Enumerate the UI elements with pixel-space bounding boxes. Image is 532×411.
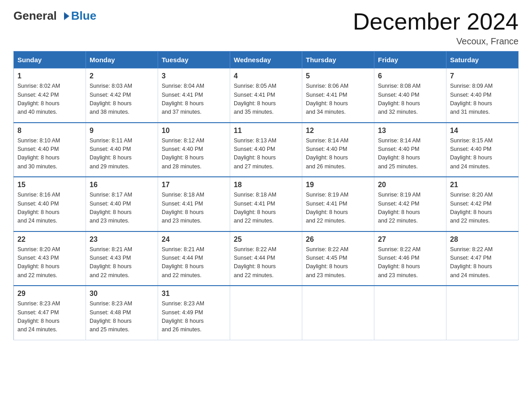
calendar-table: SundayMondayTuesdayWednesdayThursdayFrid… [13, 51, 519, 340]
calendar-cell: 3 Sunrise: 8:04 AM Sunset: 4:41 PM Dayli… [158, 68, 230, 123]
logo-flag-icon [58, 11, 70, 21]
calendar-cell: 29 Sunrise: 8:23 AM Sunset: 4:47 PM Dayl… [14, 286, 86, 340]
header-thursday: Thursday [302, 51, 374, 68]
calendar-cell: 12 Sunrise: 8:14 AM Sunset: 4:40 PM Dayl… [302, 123, 374, 177]
calendar-cell: 5 Sunrise: 8:06 AM Sunset: 4:41 PM Dayli… [302, 68, 374, 123]
calendar-cell: 19 Sunrise: 8:19 AM Sunset: 4:41 PM Dayl… [302, 177, 374, 231]
day-info: Sunrise: 8:21 AM Sunset: 4:44 PM Dayligh… [162, 245, 226, 280]
day-info: Sunrise: 8:09 AM Sunset: 4:40 PM Dayligh… [450, 82, 515, 117]
day-number: 13 [378, 127, 442, 135]
day-info: Sunrise: 8:14 AM Sunset: 4:40 PM Dayligh… [378, 137, 442, 171]
day-info: Sunrise: 8:17 AM Sunset: 4:40 PM Dayligh… [90, 191, 154, 226]
calendar-cell: 4 Sunrise: 8:05 AM Sunset: 4:41 PM Dayli… [230, 68, 302, 123]
day-number: 6 [378, 72, 442, 80]
day-info: Sunrise: 8:11 AM Sunset: 4:40 PM Dayligh… [90, 137, 154, 171]
logo-general-text: General [13, 9, 57, 23]
page-title: December 2024 [353, 9, 519, 34]
day-number: 29 [17, 290, 82, 298]
day-number: 28 [450, 235, 515, 244]
day-info: Sunrise: 8:18 AM Sunset: 4:41 PM Dayligh… [234, 191, 298, 226]
page-header: General Blue December 2024 Vecoux, Franc… [13, 9, 519, 47]
logo-blue-text: Blue [71, 9, 96, 23]
day-number: 20 [378, 181, 442, 189]
calendar-week-5: 29 Sunrise: 8:23 AM Sunset: 4:47 PM Dayl… [14, 286, 519, 340]
location-subtitle: Vecoux, France [353, 36, 519, 47]
logo: General Blue [13, 9, 96, 23]
day-number: 22 [17, 235, 82, 244]
day-info: Sunrise: 8:12 AM Sunset: 4:40 PM Dayligh… [162, 137, 226, 171]
calendar-week-1: 1 Sunrise: 8:02 AM Sunset: 4:42 PM Dayli… [14, 68, 519, 123]
calendar-header-row: SundayMondayTuesdayWednesdayThursdayFrid… [14, 51, 519, 68]
day-info: Sunrise: 8:03 AM Sunset: 4:42 PM Dayligh… [90, 82, 154, 117]
day-number: 7 [450, 72, 515, 80]
header-friday: Friday [374, 51, 446, 68]
calendar-cell: 23 Sunrise: 8:21 AM Sunset: 4:43 PM Dayl… [86, 231, 158, 286]
header-wednesday: Wednesday [230, 51, 302, 68]
calendar-cell: 30 Sunrise: 8:23 AM Sunset: 4:48 PM Dayl… [86, 286, 158, 340]
calendar-cell [374, 286, 446, 340]
day-info: Sunrise: 8:13 AM Sunset: 4:40 PM Dayligh… [234, 137, 298, 171]
calendar-cell: 20 Sunrise: 8:19 AM Sunset: 4:42 PM Dayl… [374, 177, 446, 231]
day-info: Sunrise: 8:06 AM Sunset: 4:41 PM Dayligh… [306, 82, 370, 117]
day-number: 26 [306, 235, 370, 244]
calendar-cell: 2 Sunrise: 8:03 AM Sunset: 4:42 PM Dayli… [86, 68, 158, 123]
day-number: 16 [90, 181, 154, 189]
calendar-cell: 25 Sunrise: 8:22 AM Sunset: 4:44 PM Dayl… [230, 231, 302, 286]
calendar-cell: 17 Sunrise: 8:18 AM Sunset: 4:41 PM Dayl… [158, 177, 230, 231]
day-info: Sunrise: 8:04 AM Sunset: 4:41 PM Dayligh… [162, 82, 226, 117]
day-info: Sunrise: 8:10 AM Sunset: 4:40 PM Dayligh… [17, 137, 82, 171]
day-number: 31 [162, 290, 226, 298]
header-monday: Monday [86, 51, 158, 68]
day-number: 4 [234, 72, 298, 80]
day-number: 1 [17, 72, 82, 80]
day-info: Sunrise: 8:20 AM Sunset: 4:43 PM Dayligh… [17, 245, 82, 280]
calendar-cell [230, 286, 302, 340]
calendar-cell: 8 Sunrise: 8:10 AM Sunset: 4:40 PM Dayli… [14, 123, 86, 177]
day-info: Sunrise: 8:22 AM Sunset: 4:46 PM Dayligh… [378, 245, 442, 280]
calendar-cell: 16 Sunrise: 8:17 AM Sunset: 4:40 PM Dayl… [86, 177, 158, 231]
day-number: 2 [90, 72, 154, 80]
calendar-cell: 14 Sunrise: 8:15 AM Sunset: 4:40 PM Dayl… [446, 123, 519, 177]
day-number: 25 [234, 235, 298, 244]
day-number: 21 [450, 181, 515, 189]
day-number: 3 [162, 72, 226, 80]
day-number: 11 [234, 127, 298, 135]
header-sunday: Sunday [14, 51, 86, 68]
calendar-cell: 26 Sunrise: 8:22 AM Sunset: 4:45 PM Dayl… [302, 231, 374, 286]
day-number: 30 [90, 290, 154, 298]
header-tuesday: Tuesday [158, 51, 230, 68]
day-info: Sunrise: 8:02 AM Sunset: 4:42 PM Dayligh… [17, 82, 82, 117]
day-info: Sunrise: 8:05 AM Sunset: 4:41 PM Dayligh… [234, 82, 298, 117]
day-number: 10 [162, 127, 226, 135]
day-number: 23 [90, 235, 154, 244]
calendar-cell: 24 Sunrise: 8:21 AM Sunset: 4:44 PM Dayl… [158, 231, 230, 286]
day-info: Sunrise: 8:22 AM Sunset: 4:47 PM Dayligh… [450, 245, 515, 280]
calendar-cell: 13 Sunrise: 8:14 AM Sunset: 4:40 PM Dayl… [374, 123, 446, 177]
calendar-cell: 6 Sunrise: 8:08 AM Sunset: 4:40 PM Dayli… [374, 68, 446, 123]
day-number: 27 [378, 235, 442, 244]
title-area: December 2024 Vecoux, France [353, 9, 519, 47]
day-info: Sunrise: 8:22 AM Sunset: 4:45 PM Dayligh… [306, 245, 370, 280]
calendar-week-4: 22 Sunrise: 8:20 AM Sunset: 4:43 PM Dayl… [14, 231, 519, 286]
calendar-cell: 7 Sunrise: 8:09 AM Sunset: 4:40 PM Dayli… [446, 68, 519, 123]
header-saturday: Saturday [446, 51, 519, 68]
day-info: Sunrise: 8:23 AM Sunset: 4:48 PM Dayligh… [90, 300, 154, 334]
calendar-cell: 22 Sunrise: 8:20 AM Sunset: 4:43 PM Dayl… [14, 231, 86, 286]
day-info: Sunrise: 8:18 AM Sunset: 4:41 PM Dayligh… [162, 191, 226, 226]
day-number: 15 [17, 181, 82, 189]
calendar-cell: 21 Sunrise: 8:20 AM Sunset: 4:42 PM Dayl… [446, 177, 519, 231]
day-info: Sunrise: 8:15 AM Sunset: 4:40 PM Dayligh… [450, 137, 515, 171]
day-number: 12 [306, 127, 370, 135]
calendar-cell: 31 Sunrise: 8:23 AM Sunset: 4:49 PM Dayl… [158, 286, 230, 340]
day-info: Sunrise: 8:16 AM Sunset: 4:40 PM Dayligh… [17, 191, 82, 226]
calendar-cell: 10 Sunrise: 8:12 AM Sunset: 4:40 PM Dayl… [158, 123, 230, 177]
day-info: Sunrise: 8:21 AM Sunset: 4:43 PM Dayligh… [90, 245, 154, 280]
calendar-week-2: 8 Sunrise: 8:10 AM Sunset: 4:40 PM Dayli… [14, 123, 519, 177]
day-number: 8 [17, 127, 82, 135]
calendar-cell: 11 Sunrise: 8:13 AM Sunset: 4:40 PM Dayl… [230, 123, 302, 177]
day-info: Sunrise: 8:19 AM Sunset: 4:42 PM Dayligh… [378, 191, 442, 226]
calendar-cell [446, 286, 519, 340]
day-info: Sunrise: 8:23 AM Sunset: 4:49 PM Dayligh… [162, 300, 226, 334]
calendar-cell: 18 Sunrise: 8:18 AM Sunset: 4:41 PM Dayl… [230, 177, 302, 231]
day-number: 19 [306, 181, 370, 189]
